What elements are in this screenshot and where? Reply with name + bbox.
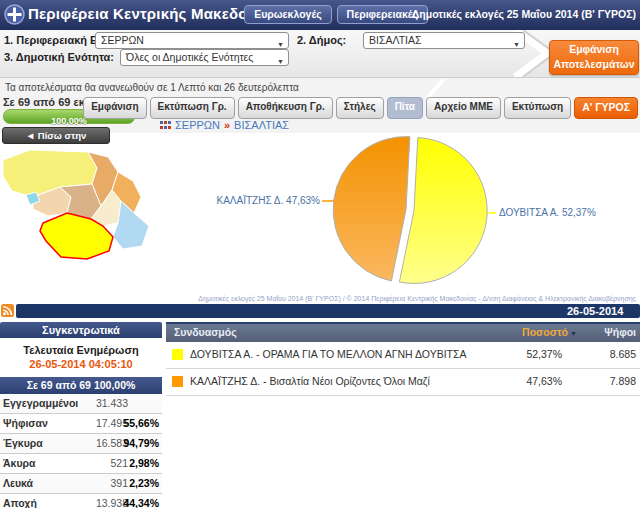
results-table: Συνδυασμός Ποσοστό ▼ Ψήφοι ΔΟΥΒΙΤΣΑ Α. -… [166,322,640,396]
summary-stations-bar: Σε 69 από 69 100,00% [0,377,162,394]
pie-label-kalaitzis: ΚΑΛΑΪΤΖΗΣ Δ. 47,63% [210,195,320,206]
regional-unit-select[interactable]: ΣΕΡΡΩΝ ▼ [95,32,289,49]
dropdown-arrow-icon: ▼ [513,37,520,52]
regional-unit-value: ΣΕΡΡΩΝ [101,34,144,46]
candidate-name: ΔΟΥΒΙΤΣΑ Α. - ΟΡΑΜΑ ΓΙΑ ΤΟ ΜΕΛΛΟΝ ΑΓΝΗ Δ… [190,342,467,367]
stat-percent: 2,98% [129,454,159,472]
municipal-unit-select[interactable]: Όλες οι Δημοτικές Ενότητες ▼ [120,49,289,66]
pie-slice-ΚΑΛΑΪΤΖΗΣ Δ.[interactable] [333,137,410,281]
municipality-value: ΒΙΣΑΛΤΙΑΣ [369,34,421,46]
election-results-page: Περιφέρεια Κεντρικής Μακεδονίας Ευρωεκλο… [0,0,640,508]
candidate-percent: 47,63% [526,369,562,394]
last-update-label: Τελευταία Ενημέρωση [0,344,162,356]
municipality-map [0,146,160,264]
breadcrumb-parent-link[interactable]: ΣΕΡΡΩΝ [175,119,220,131]
municipal-unit-value: Όλες οι Δημοτικές Ενότητες [126,51,253,63]
stat-label: Έγκυρα [3,434,43,452]
show-results-line1: Εμφάνιση [550,42,638,57]
toolbar-pie-button[interactable]: Πίτα [387,97,423,119]
page-title: Περιφέρεια Κεντρικής Μακεδονίας [28,5,278,22]
summary-panel: Συγκεντρωτικά Τελευταία Ενημέρωση 26-05-… [0,322,162,508]
stat-percent: 44,34% [123,494,159,508]
show-results-line2: Αποτελεσμάτων [550,57,638,72]
divider-slash [424,79,448,97]
breadcrumb-current-link[interactable]: ΒΙΣΑΛΤΙΑΣ [234,119,289,131]
last-update-value: 26-05-2014 04:05:10 [0,358,162,370]
chart-footer-credits: Δημοτικές εκλογές 25 Μαΐου 2014 (Β' ΓΥΡΟ… [198,295,636,302]
dropdown-arrow-icon: ▼ [277,54,284,69]
back-arrow-icon: ◄ [26,130,35,141]
sort-descending-icon: ▼ [570,325,577,342]
toolbar-print-button[interactable]: Εκτύπωση [504,97,571,119]
stat-label: Άκυρα [3,454,36,472]
pie-label-douvitsa: ΔΟΥΒΙΤΣΑ Α. 52,37% [499,207,596,218]
toolbar-show-button[interactable]: Εμφάνιση [83,97,146,119]
summary-row-valid: Έγκυρα 16.583 94,79% [0,434,162,454]
stat-label: Εγγεγραμμένοι [3,394,78,412]
candidate-percent: 52,37% [526,342,562,367]
column-header-party[interactable]: Συνδυασμός [174,324,237,341]
stat-value: 521 [110,454,128,472]
rss-icon[interactable] [1,304,14,317]
candidate-color-swatch [172,349,183,360]
stat-percent: 2,23% [129,474,159,492]
candidate-votes: 7.898 [610,369,636,394]
pie-slice-ΔΟΥΒΙΤΣΑ Α.[interactable] [399,138,487,284]
results-table-header: Συνδυασμός Ποσοστό ▼ Ψήφοι [166,322,640,342]
stat-label: Λευκά [3,474,33,492]
progress-percent: 100,00% [51,116,87,126]
round-a-button[interactable]: Α' ΓΥΡΟΣ [574,97,638,119]
toolbar-print-chart-button[interactable]: Εκτύπωση Γρ. [150,97,235,119]
toolbar-media-file-button[interactable]: Αρχείο ΜΜΕ [426,97,501,119]
summary-row-blank: Λευκά 391 2,23% [0,474,162,494]
greek-emblem-logo [4,4,25,25]
ticker-date-text: 26-05-2014 [567,304,623,318]
refresh-notice: Τα αποτελέσματα θα ανανεωθούν σε 1 Λεπτό… [5,82,299,93]
stat-label: Ψήφισαν [3,414,48,432]
back-to-region-button[interactable]: ◄ Πίσω στην Περιφέρεια [2,127,110,144]
filter-panel: 1. Περιφερειακή Ενότ.: ΣΕΡΡΩΝ ▼ 2. Δήμος… [0,30,640,78]
municipality-select[interactable]: ΒΙΣΑΛΤΙΑΣ ▼ [363,32,525,49]
euro-elections-button[interactable]: Ευρωεκλογές [244,5,331,24]
chart-toolbar: Εμφάνιση Εκτύπωση Γρ. Αποθήκευση Γρ. Στή… [83,97,638,119]
table-row-douvitsa[interactable]: ΔΟΥΒΙΤΣΑ Α. - ΟΡΑΜΑ ΓΙΑ ΤΟ ΜΕΛΛΟΝ ΑΓΝΗ Δ… [166,342,640,369]
toolbar-save-chart-button[interactable]: Αποθήκευση Γρ. [238,97,333,119]
news-ticker: 26-05-2014 [16,304,640,318]
summary-row-registered: Εγγεγραμμένοι 31.433 [0,394,162,414]
column-header-percent[interactable]: Ποσοστό [522,324,568,341]
header-bar: Περιφέρεια Κεντρικής Μακεδονίας Ευρωεκλο… [0,0,640,31]
summary-title: Συγκεντρωτικά [0,322,162,338]
candidate-name: ΚΑΛΑΪΤΖΗΣ Δ. - Βισαλτία Νέοι Ορίζοντες Ό… [190,369,430,394]
municipal-unit-label: 3. Δημοτική Ενότητα: [4,51,114,63]
stat-percent: 55,66% [123,414,159,432]
stat-label: Αποχή [3,494,37,508]
summary-row-invalid: Άκυρα 521 2,98% [0,454,162,474]
candidate-color-swatch [172,376,183,387]
stat-value: 391 [110,474,128,492]
election-title: Δημοτικές εκλογές 25 Μαΐου 2014 (Β' ΓΥΡΟ… [412,8,636,20]
candidate-votes: 8.685 [610,342,636,367]
toolbar-columns-button[interactable]: Στήλες [336,97,384,119]
column-header-votes[interactable]: Ψήφοι [604,324,636,341]
show-results-button[interactable]: Εμφάνιση Αποτελεσμάτων [549,40,639,75]
municipality-label: 2. Δήμος: [297,34,346,46]
summary-row-abstention: Αποχή 13.938 44,34% [0,494,162,508]
breadcrumb: ΣΕΡΡΩΝ » ΒΙΣΑΛΤΙΑΣ [160,119,289,131]
breadcrumb-separator: » [224,119,230,131]
summary-row-voted: Ψήφισαν 17.495 55,66% [0,414,162,434]
stat-value: 31.433 [96,394,128,412]
summary-rows: Εγγεγραμμένοι 31.433 Ψήφισαν 17.495 55,6… [0,394,162,508]
stat-percent: 94,79% [123,434,159,452]
breadcrumb-icon [160,121,171,130]
table-row-kalaitzis[interactable]: ΚΑΛΑΪΤΖΗΣ Δ. - Βισαλτία Νέοι Ορίζοντες Ό… [166,369,640,396]
header-nav: Ευρωεκλογές Περιφερειακές [244,5,428,24]
